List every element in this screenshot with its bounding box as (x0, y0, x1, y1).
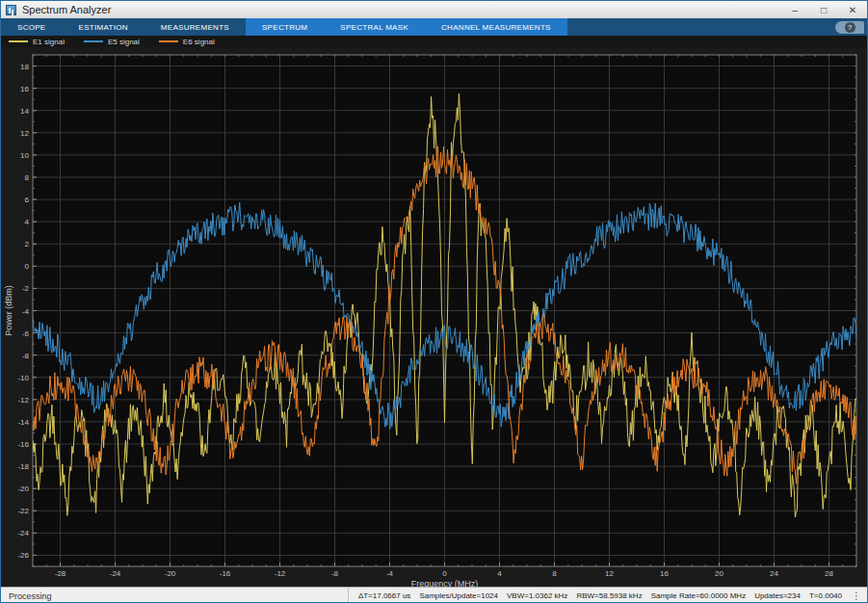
y-tick-label: 4 (25, 218, 30, 226)
x-tick-label: -12 (275, 569, 286, 578)
stat-sample-rate: Sample Rate=60.0000 MHz (651, 591, 747, 600)
stat-t: ΔT=17.0667 us (358, 591, 411, 600)
legend-line-icon (159, 40, 178, 42)
main-tab-group: SCOPEESTIMATIONMEASUREMENTS (1, 18, 246, 36)
help-icon: ? (845, 22, 855, 33)
tab-scope[interactable]: SCOPE (1, 18, 63, 36)
stat-rbw: RBW=58.5938 kHz (576, 591, 642, 600)
y-tick-label: -2 (22, 284, 30, 293)
window-title: Spectrum Analyzer (22, 4, 111, 15)
y-axis-label: Power (dBm) (4, 285, 13, 336)
y-tick-label: 6 (25, 196, 30, 204)
tab-spectral-mask[interactable]: SPECTRAL MASK (324, 18, 425, 36)
status-stats: ΔT=17.0667 usSamples/Update=1024VBW=1.03… (348, 588, 850, 603)
y-tick-label: -14 (17, 418, 29, 427)
y-tick-label: -16 (17, 440, 29, 449)
toolstrip: SCOPEESTIMATIONMEASUREMENTS SPECTRUMSPEC… (1, 18, 867, 36)
y-tick-label: -24 (17, 529, 29, 537)
x-tick-label: 20 (715, 569, 723, 578)
y-tick-label: 8 (25, 173, 30, 182)
x-tick-label: -8 (331, 569, 339, 578)
stat-t: T=0.0040 (809, 591, 842, 600)
y-tick-label: 0 (25, 262, 30, 271)
spectrum-analyzer-window: Spectrum Analyzer – □ ✕ SCOPEESTIMATIONM… (0, 0, 868, 603)
y-tick-label: 16 (20, 85, 29, 93)
x-tick-label: 12 (605, 569, 614, 578)
y-tick-label: 12 (20, 129, 29, 138)
x-tick-label: -24 (110, 569, 121, 578)
x-tick-label: -4 (386, 569, 394, 578)
overflow-menu-icon[interactable]: ⋮ (850, 590, 867, 601)
help-button[interactable]: ? (835, 21, 864, 34)
y-tick-label: -8 (22, 352, 30, 360)
x-tick-label: 16 (660, 569, 669, 578)
tab-channel-measurements[interactable]: CHANNEL MEASUREMENTS (425, 18, 567, 36)
legend-label: E1 signal (33, 38, 65, 46)
close-button[interactable]: ✕ (838, 1, 867, 18)
y-tick-label: -20 (17, 485, 29, 493)
legend-item-e6-signal[interactable]: E6 signal (159, 38, 215, 46)
legend: E1 signalE5 signalE6 signal (1, 36, 867, 47)
y-tick-label: 18 (20, 63, 29, 71)
y-tick-label: 10 (20, 151, 29, 160)
y-tick-label: 2 (25, 240, 30, 249)
app-icon (6, 5, 16, 15)
x-tick-label: -28 (55, 569, 66, 578)
spectrum-chart[interactable]: -28-24-20-16-12-8-40481216202428-26-24-2… (1, 47, 868, 587)
maximize-button[interactable]: □ (809, 1, 838, 18)
legend-item-e5-signal[interactable]: E5 signal (84, 38, 140, 46)
x-axis-label: Frequency (MHz) (411, 579, 479, 587)
legend-label: E6 signal (183, 38, 215, 46)
tab-measurements[interactable]: MEASUREMENTS (145, 18, 246, 36)
y-tick-label: -18 (17, 462, 29, 471)
legend-line-icon (84, 40, 103, 42)
window-controls: – □ ✕ (780, 1, 867, 18)
y-tick-label: -10 (17, 374, 29, 382)
y-tick-label: -6 (22, 329, 30, 338)
status-bar: Processing ΔT=17.0667 usSamples/Update=1… (1, 587, 867, 603)
stat-samples-update: Samples/Update=1024 (419, 591, 498, 600)
context-tab-group: SPECTRUMSPECTRAL MASKCHANNEL MEASUREMENT… (246, 18, 567, 36)
tab-estimation[interactable]: ESTIMATION (63, 18, 145, 36)
x-tick-label: -16 (220, 569, 231, 578)
x-tick-label: 4 (497, 569, 502, 578)
titlebar: Spectrum Analyzer – □ ✕ (1, 1, 867, 18)
x-tick-label: 28 (825, 569, 833, 578)
x-tick-label: 24 (770, 569, 778, 578)
y-tick-label: -26 (17, 551, 29, 560)
stat-updates: Updates=234 (754, 591, 801, 600)
plot-region[interactable]: -28-24-20-16-12-8-40481216202428-26-24-2… (1, 47, 868, 587)
legend-label: E5 signal (108, 38, 140, 46)
minimize-button[interactable]: – (780, 1, 809, 18)
x-tick-label: 0 (442, 569, 447, 578)
x-tick-label: -20 (165, 569, 176, 578)
y-tick-label: 14 (20, 107, 29, 116)
x-tick-label: 8 (552, 569, 557, 578)
legend-item-e1-signal[interactable]: E1 signal (9, 38, 65, 46)
stat-vbw: VBW=1.0362 kHz (507, 591, 567, 600)
y-tick-label: -12 (17, 396, 29, 405)
y-tick-label: -4 (22, 307, 30, 316)
y-tick-label: -22 (17, 507, 29, 515)
tab-spectrum[interactable]: SPECTRUM (246, 18, 324, 36)
status-text: Processing (1, 591, 52, 601)
legend-line-icon (9, 40, 28, 42)
